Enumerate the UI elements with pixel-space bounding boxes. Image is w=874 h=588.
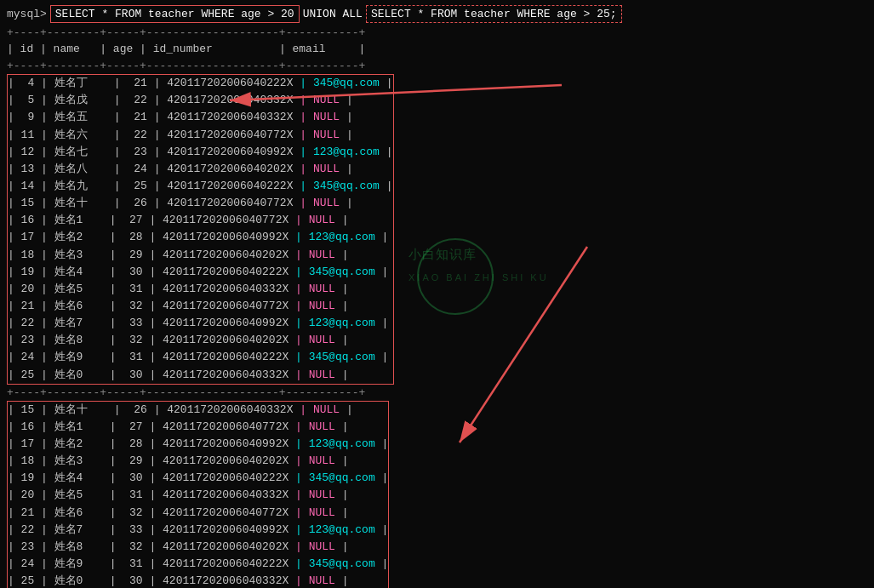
cell-pipe: |: [382, 436, 389, 453]
section1-rows: | 4 | 姓名丁 | 21 | 420117202006040222X | 3…: [8, 75, 393, 384]
cell-pipe: |: [382, 522, 389, 539]
table-row: | 19 | 姓名4 | 30 | 420117202006040222X | …: [8, 264, 393, 281]
cell-id: | 25: [8, 367, 41, 384]
cell-pipe: |: [346, 161, 353, 178]
cell-name: | 姓名0: [41, 367, 110, 384]
sql-query-part1: SELECT * FROM teacher WHERE age > 20: [50, 5, 300, 23]
table-row: | 19 | 姓名4 | 30 | 420117202006040222X | …: [8, 470, 388, 487]
cell-age: | 32: [110, 539, 150, 556]
cell-pipe: |: [382, 470, 389, 487]
cell-email: | NULL: [295, 419, 342, 436]
cell-email: | NULL: [295, 505, 342, 522]
cell-name: | 姓名0: [41, 573, 110, 588]
prompt-label: mysql>: [7, 8, 47, 20]
cell-name: | 姓名六: [41, 127, 114, 144]
cell-name: | 姓名8: [41, 332, 110, 349]
table-row: | 15 | 姓名十 | 26 | 420117202006040332X | …: [8, 402, 388, 419]
cell-pipe: |: [342, 453, 349, 470]
cell-age: | 32: [110, 298, 150, 315]
cell-id: | 15: [8, 195, 41, 212]
cell-email: | 345@qq.com: [295, 470, 381, 487]
cell-pipe: |: [342, 539, 349, 556]
header-id: | id: [7, 41, 40, 58]
table-row: | 25 | 姓名0 | 30 | 420117202006040332X | …: [8, 367, 393, 384]
cell-email: | NULL: [295, 539, 342, 556]
cell-idnum: | 420117202006040202X: [149, 332, 295, 349]
cell-pipe: |: [382, 556, 389, 573]
cell-name: | 姓名9: [41, 556, 110, 573]
cell-name: | 姓名2: [41, 436, 110, 453]
cell-id: | 20: [8, 281, 41, 298]
table-row: | 16 | 姓名1 | 27 | 420117202006040772X | …: [8, 212, 393, 229]
table-row: | 9 | 姓名五 | 21 | 420117202006040332X | N…: [8, 109, 393, 126]
cell-id: | 22: [8, 522, 41, 539]
table-row: | 5 | 姓名戊 | 22 | 420117202006040332X | N…: [8, 92, 393, 109]
cell-idnum: | 420117202006040332X: [154, 402, 300, 419]
cell-age: | 28: [110, 436, 150, 453]
table-row: | 4 | 姓名丁 | 21 | 420117202006040222X | 3…: [8, 75, 393, 92]
cell-age: | 26: [114, 195, 154, 212]
cell-id: | 23: [8, 332, 41, 349]
cell-age: | 32: [110, 332, 150, 349]
cell-name: | 姓名1: [41, 212, 110, 229]
cell-email: | NULL: [300, 402, 346, 419]
cell-age: | 30: [110, 264, 150, 281]
cell-idnum: | 420117202006040222X: [149, 264, 295, 281]
cell-name: | 姓名9: [41, 349, 110, 366]
cell-name: | 姓名8: [41, 539, 110, 556]
header-age: | age: [100, 41, 140, 58]
cell-pipe: |: [346, 109, 353, 126]
cell-idnum: | 420117202006040992X: [149, 522, 295, 539]
cell-email: | NULL: [300, 127, 346, 144]
table-row: | 24 | 姓名9 | 31 | 420117202006040222X | …: [8, 556, 388, 573]
cell-email: | NULL: [295, 247, 342, 264]
table-row: | 17 | 姓名2 | 28 | 420117202006040992X | …: [8, 436, 388, 453]
cell-name: | 姓名5: [41, 281, 110, 298]
cell-idnum: | 420117202006040332X: [149, 573, 295, 588]
cell-id: | 15: [8, 402, 41, 419]
cell-name: | 姓名丁: [41, 75, 114, 92]
table-row: | 22 | 姓名7 | 33 | 420117202006040992X | …: [8, 315, 393, 332]
cell-pipe: |: [342, 487, 349, 504]
cell-idnum: | 420117202006040992X: [149, 229, 295, 246]
cell-name: | 姓名五: [41, 109, 114, 126]
cell-idnum: | 420117202006040772X: [149, 419, 295, 436]
cell-idnum: | 420117202006040772X: [149, 298, 295, 315]
cell-idnum: | 420117202006040772X: [149, 212, 295, 229]
cell-email: | NULL: [295, 367, 342, 384]
cell-age: | 22: [114, 92, 154, 109]
cell-name: | 姓名2: [41, 229, 110, 246]
cell-id: | 21: [8, 505, 41, 522]
cell-pipe: |: [382, 315, 389, 332]
cell-id: | 19: [8, 470, 41, 487]
header-idnum: | id_number: [140, 41, 279, 58]
cell-age: | 33: [110, 315, 150, 332]
table-divider-header: +----+--------+-----+-------------------…: [7, 60, 867, 72]
table-row: | 24 | 姓名9 | 31 | 420117202006040222X | …: [8, 349, 393, 366]
table-row: | 23 | 姓名8 | 32 | 420117202006040202X | …: [8, 539, 388, 556]
cell-idnum: | 420117202006040332X: [149, 281, 295, 298]
cell-age: | 32: [110, 505, 150, 522]
cell-age: | 30: [110, 573, 150, 588]
cell-email: | 123@qq.com: [295, 229, 381, 246]
cell-pipe: |: [342, 332, 349, 349]
cell-email: | 123@qq.com: [300, 144, 386, 161]
cell-pipe: |: [386, 75, 393, 92]
cell-idnum: | 420117202006040772X: [154, 127, 300, 144]
cell-id: | 18: [8, 247, 41, 264]
cell-pipe: |: [342, 367, 349, 384]
cell-id: | 11: [8, 127, 41, 144]
table-row: | 20 | 姓名5 | 31 | 420117202006040332X | …: [8, 281, 393, 298]
cell-email: | NULL: [295, 332, 342, 349]
sql-query-part2: SELECT * FROM teacher WHERE age > 25;: [366, 5, 622, 23]
cell-email: | NULL: [295, 298, 342, 315]
cell-id: | 16: [8, 212, 41, 229]
cell-age: | 25: [114, 178, 154, 195]
table-row: | 14 | 姓名九 | 25 | 420117202006040222X | …: [8, 178, 393, 195]
cell-id: | 24: [8, 349, 41, 366]
cell-id: | 24: [8, 556, 41, 573]
cell-name: | 姓名七: [41, 144, 114, 161]
cell-email: | 345@qq.com: [295, 556, 381, 573]
cell-idnum: | 420117202006040332X: [154, 92, 300, 109]
table-row: | 21 | 姓名6 | 32 | 420117202006040772X | …: [8, 298, 393, 315]
